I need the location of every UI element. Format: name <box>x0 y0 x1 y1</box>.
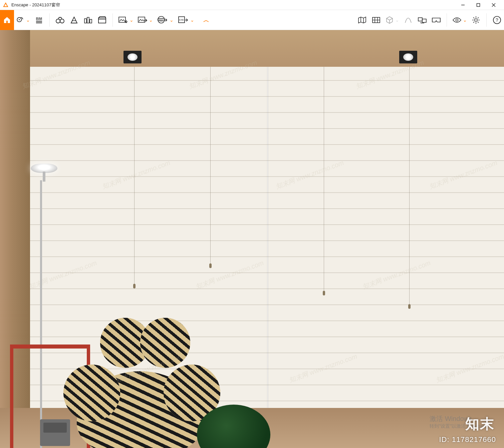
chevron-down-icon: ⌄ <box>149 17 153 23</box>
home-button[interactable] <box>0 10 14 30</box>
binoculars-button[interactable] <box>53 10 67 30</box>
svg-rect-14 <box>87 17 89 23</box>
exe-export-button[interactable]: EXE ⌄ <box>176 10 196 30</box>
chevron-down-icon: ⌄ <box>26 17 30 23</box>
scene-striped-armchair <box>63 308 220 448</box>
render-mode-button[interactable]: ⌄ <box>383 10 401 30</box>
svg-text:?: ? <box>496 17 498 23</box>
scene-floor-lamp <box>23 160 57 448</box>
vr-button[interactable] <box>429 10 443 30</box>
svg-point-11 <box>60 19 64 23</box>
chevron-down-icon: ⌄ <box>190 17 194 23</box>
rendered-scene: 知末网 www.znzmo.com 知末网 www.znzmo.com 知末网 … <box>0 30 504 448</box>
chevron-down-icon: ⌄ <box>395 17 399 23</box>
asset-id-label: ID: 1178217660 <box>439 435 496 444</box>
svg-rect-29 <box>418 18 422 21</box>
svg-marker-0 <box>4 3 8 7</box>
video-path-button[interactable] <box>95 10 109 30</box>
window-maximize-button[interactable] <box>471 0 486 10</box>
title-app: Enscape <box>11 2 28 7</box>
walk-path-button[interactable] <box>401 10 415 30</box>
help-button[interactable]: ? <box>490 10 504 30</box>
asset-library-button[interactable] <box>369 10 383 30</box>
window-close-button[interactable] <box>486 0 501 10</box>
svg-rect-18 <box>119 17 125 22</box>
chevron-down-icon: ⌄ <box>463 17 467 23</box>
sync-views-button[interactable] <box>415 10 429 30</box>
svg-rect-13 <box>84 19 86 23</box>
svg-rect-15 <box>90 19 92 23</box>
visual-settings-button[interactable]: ⌄ <box>450 10 469 30</box>
svg-text:EXE: EXE <box>179 19 184 21</box>
perspective-button[interactable] <box>67 10 81 30</box>
brand-watermark: 知末 <box>465 415 495 433</box>
scene-ceiling-light <box>123 51 142 63</box>
svg-point-6 <box>19 19 20 20</box>
render-viewport[interactable]: 知末网 www.znzmo.com 知末网 www.znzmo.com 知末网 … <box>0 30 504 448</box>
title-doc: 20241107窗帘 <box>32 2 60 8</box>
panorama-button[interactable]: 360° ⌄ <box>155 10 176 30</box>
minimap-button[interactable] <box>355 10 369 30</box>
bim-label: BIM <box>36 17 42 21</box>
collapse-toggle[interactable]: ︿ <box>196 10 216 30</box>
scene-ceiling <box>0 30 504 67</box>
svg-rect-16 <box>98 18 106 23</box>
chevron-up-icon: ︿ <box>203 16 209 24</box>
svg-text:360°: 360° <box>159 19 164 21</box>
window-minimize-button[interactable] <box>455 0 471 10</box>
titlebar: Enscape - 20241107窗帘 <box>0 0 504 10</box>
svg-point-10 <box>56 19 60 23</box>
toolbar: ⌄ BIM ⌄ <box>0 10 504 30</box>
svg-point-32 <box>475 19 477 21</box>
settings-button[interactable] <box>469 10 483 30</box>
manage-views-button[interactable]: ⌄ <box>14 10 32 30</box>
bim-menu-button[interactable]: BIM <box>32 10 46 30</box>
svg-rect-19 <box>138 17 145 22</box>
svg-rect-30 <box>422 19 426 22</box>
enscape-app-icon <box>3 2 9 8</box>
scene-ceiling-light <box>399 51 417 63</box>
title-sep: - <box>28 2 32 7</box>
svg-rect-2 <box>477 3 480 6</box>
svg-point-31 <box>456 19 458 21</box>
batch-render-button[interactable]: ⌄ <box>136 10 155 30</box>
app-window: Enscape - 20241107窗帘 ⌄ BIM <box>0 0 504 448</box>
chevron-down-icon: ⌄ <box>130 17 134 23</box>
chevron-down-icon: ⌄ <box>170 17 174 23</box>
site-context-button[interactable] <box>81 10 95 30</box>
screenshot-button[interactable]: ⌄ <box>116 10 136 30</box>
